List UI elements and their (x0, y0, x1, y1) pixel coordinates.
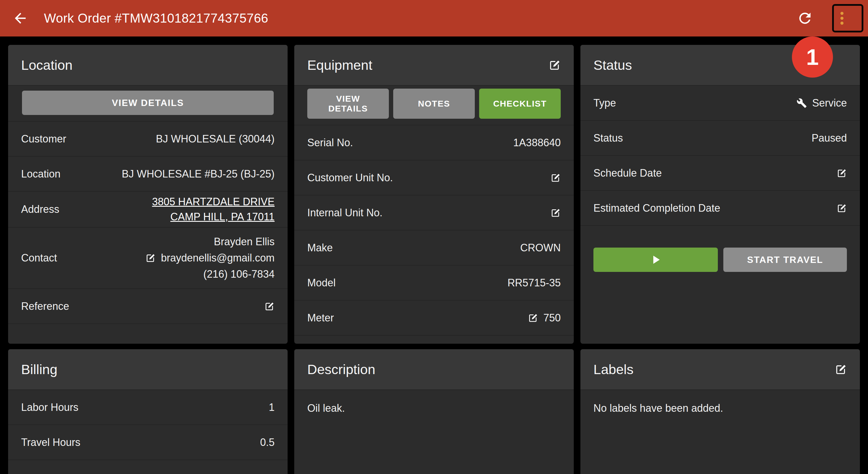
description-card-header: Description (294, 349, 574, 390)
labels-empty-text: No labels have been added. (580, 390, 860, 426)
edit-icon[interactable] (146, 253, 156, 263)
contact-email[interactable]: braydenellis@gmail.com (161, 252, 275, 264)
estimated-completion-label: Estimated Completion Date (593, 202, 720, 214)
internal-unit-edit-button[interactable] (551, 208, 561, 218)
refresh-icon (797, 10, 813, 27)
contact-value: Brayden Ellis braydenellis@gmail.com (21… (146, 232, 275, 284)
resume-work-button[interactable] (593, 247, 718, 272)
customer-unit-edit-button[interactable] (551, 173, 561, 183)
serial-value: 1A388640 (513, 137, 561, 149)
location-view-details-button[interactable]: VIEW DETAILS (22, 91, 274, 115)
contact-name: Brayden Ellis (214, 236, 275, 248)
customer-unit-label: Customer Unit No. (307, 172, 393, 184)
status-label: Status (593, 132, 623, 144)
contact-email-line: braydenellis@gmail.com (146, 252, 275, 264)
meter-label: Meter (307, 312, 334, 324)
work-order-screen: Work Order #TMW3101821774375766 1 Locati… (0, 0, 868, 474)
arrow-left-icon (12, 10, 28, 26)
equipment-card-header: Equipment (294, 45, 574, 86)
location-actions: VIEW DETAILS (8, 86, 288, 122)
location-label: Location (21, 168, 60, 180)
contact-phone[interactable]: (216) 106-7834 (204, 268, 275, 280)
equipment-card-title: Equipment (307, 57, 372, 73)
address-line2-link[interactable]: CAMP HILL, PA 17011 (170, 211, 275, 223)
start-travel-button[interactable]: START TRAVEL (723, 247, 847, 272)
customer-value: BJ WHOLESALE (30044) (156, 133, 275, 145)
address-label: Address (21, 203, 59, 215)
equipment-view-details-button[interactable]: VIEW DETAILS (307, 89, 389, 119)
internal-unit-row: Internal Unit No. (294, 196, 574, 231)
page-title: Work Order #TMW3101821774375766 (44, 11, 792, 26)
labor-hours-value: 1 (269, 401, 275, 413)
equipment-checklist-button[interactable]: CHECKLIST (479, 89, 561, 119)
travel-hours-row: Travel Hours 0.5 (8, 425, 288, 460)
edit-icon (551, 208, 561, 218)
edit-icon (551, 173, 561, 183)
meter-value-group: 750 (528, 312, 561, 324)
reference-label: Reference (21, 300, 69, 313)
wrench-icon (797, 98, 807, 108)
description-card-title: Description (307, 361, 375, 377)
make-value: CROWN (520, 242, 561, 254)
labels-edit-button[interactable] (835, 364, 847, 375)
play-icon (649, 253, 662, 267)
location-card-title: Location (21, 57, 73, 73)
schedule-date-edit-button[interactable] (837, 168, 847, 178)
equipment-edit-button[interactable] (549, 59, 561, 71)
edit-icon (837, 168, 847, 178)
status-card: Status Type Service Status Paused Schedu… (580, 45, 860, 344)
edit-icon (837, 203, 847, 213)
serial-row: Serial No. 1A388640 (294, 125, 574, 160)
status-card-title: Status (593, 57, 632, 73)
model-value: RR5715-35 (507, 277, 561, 289)
estimated-completion-row: Estimated Completion Date (580, 191, 860, 226)
description-text: Oil leak. (294, 390, 574, 426)
billing-partial-row (8, 460, 288, 474)
travel-hours-label: Travel Hours (21, 436, 81, 448)
equipment-actions: VIEW DETAILS NOTES CHECKLIST (294, 86, 574, 125)
back-button[interactable] (7, 5, 33, 31)
overflow-menu-button[interactable] (829, 5, 855, 31)
status-value: Paused (812, 132, 847, 144)
billing-card-header: Billing (8, 349, 288, 390)
address-line1-link[interactable]: 3805 HARTZDALE DRIVE (152, 196, 275, 208)
make-row: Make CROWN (294, 231, 574, 266)
refresh-button[interactable] (792, 5, 818, 31)
annotation-badge: 1 (792, 36, 833, 78)
type-value-group: Service (797, 97, 847, 109)
internal-unit-label: Internal Unit No. (307, 207, 382, 219)
labels-card-title: Labels (593, 361, 633, 377)
location-value: BJ WHOLESALE #BJ-25 (BJ-25) (122, 168, 275, 180)
edit-icon (549, 59, 561, 71)
labor-hours-row: Labor Hours 1 (8, 390, 288, 425)
labels-card: Labels No labels have been added. (580, 349, 860, 474)
type-row: Type Service (580, 86, 860, 121)
travel-hours-value: 0.5 (260, 436, 275, 448)
edit-icon[interactable] (528, 313, 538, 323)
equipment-notes-button[interactable]: NOTES (393, 89, 475, 119)
make-label: Make (307, 242, 333, 254)
reference-edit-button[interactable] (265, 301, 275, 311)
status-actions: START TRAVEL (580, 226, 860, 272)
description-card: Description Oil leak. (294, 349, 574, 474)
serial-label: Serial No. (307, 137, 353, 149)
customer-row: Customer BJ WHOLESALE (30044) (8, 122, 288, 157)
labor-hours-label: Labor Hours (21, 401, 79, 413)
estimated-completion-edit-button[interactable] (837, 203, 847, 213)
customer-unit-row: Customer Unit No. (294, 160, 574, 196)
edit-icon (265, 301, 275, 311)
status-row: Status Paused (580, 121, 860, 156)
address-value: 3805 HARTZDALE DRIVE CAMP HILL, PA 17011 (152, 196, 275, 223)
kebab-menu-icon (834, 10, 850, 27)
contact-row: Contact Brayden Ellis braydenellis@gmail… (8, 228, 288, 289)
billing-card-title: Billing (21, 361, 57, 377)
labels-card-header: Labels (580, 349, 860, 390)
type-value: Service (812, 97, 847, 109)
equipment-card: Equipment VIEW DETAILS NOTES CHECKLIST S… (294, 45, 574, 344)
address-row: Address 3805 HARTZDALE DRIVE CAMP HILL, … (8, 192, 288, 228)
location-card-header: Location (8, 45, 288, 86)
type-label: Type (593, 97, 616, 109)
schedule-date-label: Schedule Date (593, 167, 662, 179)
content-grid: Location VIEW DETAILS Customer BJ WHOLES… (0, 36, 868, 474)
edit-icon (835, 364, 847, 375)
